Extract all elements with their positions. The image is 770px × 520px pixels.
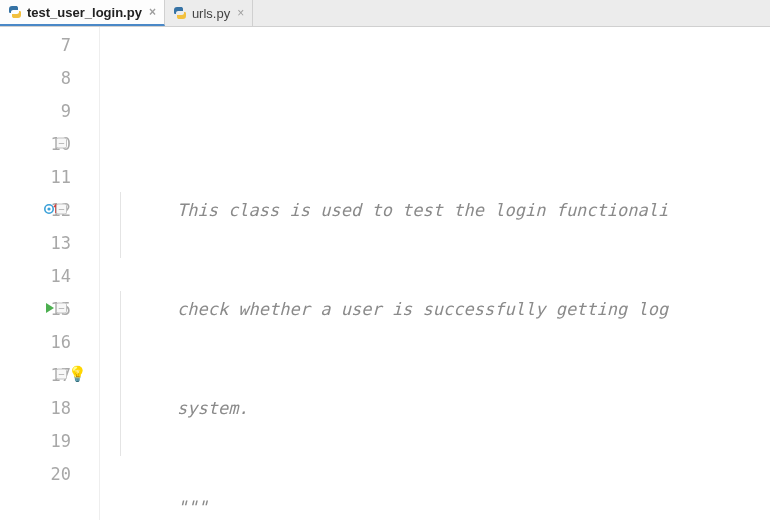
line-number: 7: [0, 27, 71, 60]
code-area[interactable]: This class is used to test the login fun…: [100, 27, 770, 520]
line-number: 15 –: [0, 291, 71, 324]
line-number: 10 –: [0, 126, 71, 159]
fold-icon[interactable]: –: [56, 302, 67, 313]
line-number: 12 –: [0, 192, 71, 225]
line-number: 14: [0, 258, 71, 291]
tab-label: urls.py: [192, 6, 230, 21]
run-test-icon[interactable]: [44, 302, 56, 314]
gutter: 7 8 9 10 – 11 12 – 13 14 15 – 16 17 – 💡 …: [0, 27, 100, 520]
tab-test-user-login[interactable]: test_user_login.py ×: [0, 0, 165, 26]
python-file-icon: [173, 6, 187, 20]
line-number: 17 – 💡: [0, 357, 71, 390]
svg-point-1: [47, 207, 50, 210]
line-number: 20: [0, 456, 71, 489]
tab-bar: test_user_login.py × urls.py ×: [0, 0, 770, 27]
line-number: 19: [0, 423, 71, 456]
close-icon[interactable]: ×: [235, 7, 246, 19]
code-line: This class is used to test the login fun…: [136, 194, 770, 227]
tab-label: test_user_login.py: [27, 5, 142, 20]
code-line: check whether a user is successfully get…: [136, 293, 770, 326]
code-editor[interactable]: 7 8 9 10 – 11 12 – 13 14 15 – 16 17 – 💡 …: [0, 27, 770, 520]
line-number: 11: [0, 159, 71, 192]
line-number: 16: [0, 324, 71, 357]
line-number: 18: [0, 390, 71, 423]
line-number: 8: [0, 60, 71, 93]
line-number: 9: [0, 93, 71, 126]
code-line: system.: [136, 392, 770, 425]
tab-urls[interactable]: urls.py ×: [165, 0, 253, 26]
code-line: """: [136, 491, 770, 520]
indent-guide: [120, 291, 121, 456]
fold-icon[interactable]: –: [56, 137, 67, 148]
python-file-icon: [8, 5, 22, 19]
close-icon[interactable]: ×: [147, 6, 158, 18]
intention-bulb-icon[interactable]: 💡: [68, 357, 87, 390]
fold-icon[interactable]: –: [56, 368, 67, 379]
line-number: 13: [0, 225, 71, 258]
indent-guide: [120, 192, 121, 258]
fold-icon[interactable]: –: [56, 203, 67, 214]
